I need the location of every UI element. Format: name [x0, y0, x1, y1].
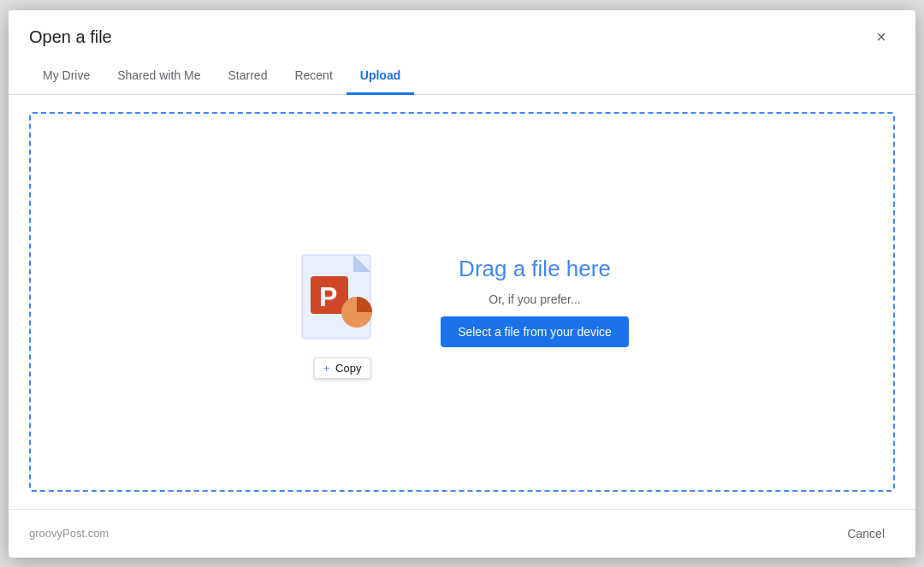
dialog-footer: groovyPost.com Cancel: [9, 509, 915, 558]
close-button[interactable]: ×: [868, 24, 895, 51]
drag-text: Drag a file here: [459, 256, 611, 282]
tab-upload[interactable]: Upload: [346, 58, 414, 95]
tab-shared-with-me[interactable]: Shared with Me: [104, 58, 214, 95]
tab-recent[interactable]: Recent: [281, 58, 346, 95]
file-icon: P: [295, 251, 389, 353]
tabs-container: My Drive Shared with Me Starred Recent U…: [9, 58, 915, 95]
watermark: groovyPost.com: [29, 527, 109, 540]
cancel-button[interactable]: Cancel: [837, 520, 895, 547]
copy-label: Copy: [335, 362, 361, 375]
dialog-overlay: Open a file × My Drive Shared with Me St…: [0, 0, 924, 567]
tab-my-drive[interactable]: My Drive: [29, 58, 104, 95]
dialog-header: Open a file ×: [9, 10, 915, 51]
svg-text:P: P: [319, 281, 337, 312]
tab-starred[interactable]: Starred: [215, 58, 281, 95]
prefer-text: Or, if you prefer...: [489, 292, 580, 306]
open-file-dialog: Open a file × My Drive Shared with Me St…: [9, 10, 915, 558]
dialog-title: Open a file: [29, 27, 112, 47]
drop-text-area: Drag a file here Or, if you prefer... Se…: [441, 256, 629, 347]
select-file-button[interactable]: Select a file from your device: [441, 316, 629, 347]
copy-tooltip: + Copy: [314, 357, 371, 379]
drop-content: P + Copy Drag a file: [295, 251, 629, 353]
drop-zone[interactable]: P + Copy Drag a file: [29, 112, 895, 492]
dialog-body: P + Copy Drag a file: [9, 95, 915, 509]
file-icon-container: P + Copy: [295, 251, 389, 353]
